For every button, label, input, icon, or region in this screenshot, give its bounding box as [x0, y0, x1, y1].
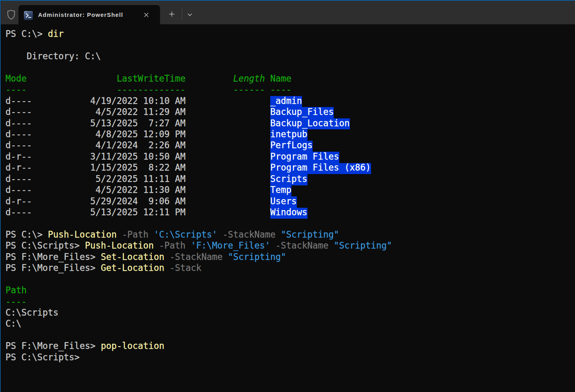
- terminal-line-19: PS C:\Scripts> Push-Location -Path 'F:\M…: [5, 240, 392, 251]
- tab-administrator-powershell[interactable]: Administrator: PowerShell: [18, 5, 160, 24]
- terminal-segment: [117, 229, 122, 240]
- terminal-segment: Directory: C:\: [5, 51, 101, 61]
- terminal-line-11: d-r-- 3/11/2025 10:50 AM Program Files: [5, 151, 392, 162]
- terminal-line-1: [5, 39, 392, 50]
- terminal-segment: Push-Location: [48, 229, 117, 240]
- terminal-segment: PS C:\Scripts>: [5, 352, 80, 362]
- terminal-line-20: PS F:\More_Files> Set-Location -StackNam…: [5, 251, 392, 262]
- terminal-segment: d-r-- 1/15/2025 8:22 AM: [5, 162, 270, 172]
- terminal-line-22: [5, 274, 392, 285]
- terminal-segment: [164, 263, 170, 273]
- terminal-segment: PS F:\More_Files>: [5, 263, 101, 273]
- directory-name: _admin: [270, 96, 302, 106]
- terminal-segment: PS C:\Scripts>: [5, 240, 85, 250]
- terminal-segment: d---- 4/5/2022 11:30 AM: [5, 185, 270, 195]
- terminal-segment: pop-location: [101, 341, 164, 351]
- terminal-segment: 'F:\More_Files': [191, 240, 271, 250]
- terminal-segment: [154, 240, 159, 250]
- terminal-segment: d---- 5/2/2025 11:11 AM: [5, 174, 270, 184]
- terminal-line-5: ---- ------------- ------ ----: [5, 84, 392, 95]
- terminal-line-6: d---- 4/19/2022 10:10 AM _admin: [5, 95, 392, 106]
- directory-name: PerfLogs: [270, 140, 313, 150]
- terminal-segment: Set-Location: [101, 252, 164, 262]
- terminal-line-24: ----: [5, 296, 392, 307]
- terminal-segment: PS F:\More_Files>: [5, 252, 101, 262]
- terminal-segment: Mode LastWriteTime: [5, 73, 233, 83]
- terminal-segment: PS C:\>: [5, 229, 48, 240]
- terminal-segment: C:\: [5, 318, 22, 328]
- terminal-segment: ----: [5, 296, 27, 307]
- terminal-output: PS C:\> dir Directory: C:\ Mode LastWrit…: [0, 28, 392, 363]
- terminal-segment: PS F:\More_Files>: [5, 341, 101, 351]
- terminal-segment: -StackName: [169, 252, 222, 262]
- terminal-segment: [276, 229, 281, 240]
- terminal-line-16: d---- 5/13/2025 12:11 PM Windows: [5, 207, 392, 218]
- directory-name: Scripts: [270, 174, 308, 184]
- terminal-segment: 'C:\Scripts': [154, 229, 217, 240]
- terminal-line-7: d---- 4/5/2022 11:29 AM Backup_Files: [5, 106, 392, 117]
- terminal-segment: [217, 229, 223, 240]
- terminal-segment: Push-Location: [85, 240, 154, 250]
- directory-name: inetpub: [270, 129, 308, 139]
- terminal-segment: -StackName: [223, 229, 276, 240]
- terminal-segment: "Scripting": [334, 240, 392, 250]
- terminal-line-29: PS C:\Scripts>: [5, 352, 392, 363]
- terminal-line-4: Mode LastWriteTime Length Name: [5, 73, 392, 84]
- terminal-segment: d---- 4/1/2024 2:26 AM: [5, 140, 270, 150]
- directory-name: Backup_Location: [270, 118, 350, 128]
- terminal-line-12: d-r-- 1/15/2025 8:22 AM Program Files (x…: [5, 162, 392, 173]
- terminal-line-0: PS C:\> dir: [5, 28, 392, 39]
- directory-name: Program Files: [270, 151, 339, 162]
- terminal-line-17: [5, 218, 392, 229]
- terminal-segment: C:\Scripts: [5, 307, 58, 318]
- dropdown-chevron-icon[interactable]: [187, 13, 193, 16]
- shield-icon: [7, 9, 16, 20]
- terminal-segment: [186, 240, 191, 250]
- terminal-segment: Name: [265, 73, 291, 83]
- directory-name: Windows: [270, 207, 308, 217]
- terminal-line-18: PS C:\> Push-Location -Path 'C:\Scripts'…: [5, 229, 392, 240]
- terminal-segment: d---- 5/13/2025 12:11 PM: [5, 207, 270, 217]
- close-icon[interactable]: [144, 12, 149, 18]
- terminal-segment: ---- ------------- ------ ----: [5, 84, 291, 94]
- terminal-segment: [149, 229, 154, 240]
- terminal-line-21: PS F:\More_Files> Get-Location -Stack: [5, 262, 392, 273]
- terminal-line-15: d-r-- 5/29/2024 9:06 AM Users: [5, 196, 392, 207]
- terminal-line-10: d---- 4/1/2024 2:26 AM PerfLogs: [5, 140, 392, 151]
- tab-separator: [182, 8, 182, 20]
- terminal-segment: "Scripting": [281, 229, 339, 240]
- terminal-segment: [270, 240, 276, 250]
- terminal-segment: PS C:\>: [5, 29, 48, 39]
- terminal-segment: -Path: [159, 240, 186, 250]
- directory-name: Users: [270, 196, 297, 206]
- terminal-segment: -Path: [122, 229, 149, 240]
- terminal-segment: "Scripting": [228, 252, 286, 262]
- new-tab-icon[interactable]: [169, 11, 175, 17]
- terminal-segment: d---- 4/19/2022 10:10 AM: [5, 96, 270, 106]
- terminal-line-9: d---- 4/8/2025 12:09 PM inetpub: [5, 129, 392, 140]
- terminal-line-14: d---- 4/5/2022 11:30 AM Temp: [5, 184, 392, 195]
- window-accent-border-left-inner: [0, 1, 1, 392]
- terminal-segment: [164, 252, 170, 262]
- terminal-line-27: [5, 329, 392, 340]
- terminal-segment: d-r-- 5/29/2024 9:06 AM: [5, 196, 270, 206]
- terminal-segment: d---- 5/13/2025 7:27 AM: [5, 118, 270, 128]
- directory-name: Backup_Files: [270, 107, 334, 117]
- window-accent-border-top: [0, 0, 575, 1]
- directory-name: Temp: [270, 185, 291, 195]
- terminal-segment: d---- 4/5/2022 11:29 AM: [5, 107, 270, 117]
- terminal-line-3: [5, 62, 392, 73]
- directory-name: Program Files (x86): [270, 162, 371, 172]
- terminal-line-25: C:\Scripts: [5, 307, 392, 318]
- terminal-line-13: d---- 5/2/2025 11:11 AM Scripts: [5, 173, 392, 184]
- terminal-segment: Length: [233, 73, 265, 83]
- terminal-line-26: C:\: [5, 318, 392, 329]
- terminal-segment: [329, 240, 334, 250]
- terminal-segment: dir: [48, 29, 64, 39]
- terminal-segment: -Stack: [169, 263, 201, 273]
- tab-bar: Administrator: PowerShell: [1, 1, 575, 24]
- terminal-segment: -StackName: [276, 240, 329, 250]
- terminal-segment: [222, 252, 228, 262]
- terminal-segment: Get-Location: [101, 263, 164, 273]
- powershell-icon: [24, 11, 33, 20]
